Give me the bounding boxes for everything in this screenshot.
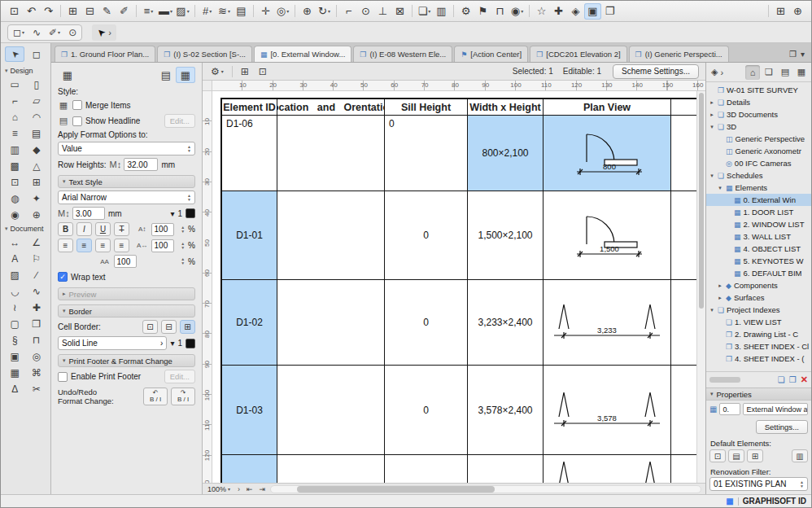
print-footer-edit-button[interactable]: Edit... [164,370,195,383]
letter-width-input[interactable]: 100 [151,239,174,252]
enable-print-footer-checkbox[interactable] [58,372,68,382]
interior-elevation-tool[interactable]: ▣ [5,348,24,364]
tab-menu-icon[interactable]: ▾ [801,50,805,59]
cell-location[interactable] [277,280,385,366]
align-left-button[interactable]: ≡ [58,239,73,252]
quick-options-icon[interactable]: ▥▾ [433,3,450,20]
separator[interactable]: ▾ [253,5,254,17]
document-tab[interactable]: ▦ [0. External Window... [254,46,351,62]
line-type-select[interactable]: Solid Line › [58,336,167,350]
undo-icon[interactable]: ↶▾ [23,3,40,20]
navigator-item[interactable]: ▦ 0. External Win [706,194,811,206]
scrollbar-thumb[interactable] [699,93,704,309]
cell-plan-view[interactable]: 3,578 [544,366,671,455]
schedule-row[interactable]: D1-06 0 800×2,100 [222,116,696,191]
bold-button[interactable]: B [58,222,73,236]
cell-extra[interactable] [671,366,696,455]
cell-location[interactable] [277,366,385,455]
italic-button[interactable]: I [76,222,92,236]
navigator-item[interactable]: ▾ ❏ Schedules [706,169,811,182]
layout-icon[interactable]: ❐▾ [601,3,618,20]
snap-guides-icon[interactable]: ◎▾ [274,3,291,20]
stepper-icon[interactable]: ▲▼ [181,242,185,250]
navigator-item[interactable]: ▾ ❏ 3D [706,120,811,133]
border-section[interactable]: ▾ Border [58,304,195,318]
arrow-tool[interactable]: ➤ [5,46,24,62]
navigator-item[interactable]: ▸ ❏ 3D Documents [706,108,811,120]
header-cell[interactable]: Width x Height [468,99,544,116]
scroll-home-icon[interactable]: ⇤ [245,485,255,493]
navigator-item[interactable]: ▸ ❏ Details [706,96,811,108]
navigator-item[interactable]: ▦ 1. DOOR LIST [706,206,811,218]
apply-format-select[interactable]: Value ▲▼ [58,142,195,155]
header-cell[interactable]: Location and Orentation [277,99,385,116]
scheme-settings-button[interactable]: Scheme Settings... [613,64,699,79]
dimension-tool[interactable]: ↔ [5,234,24,250]
table-view-toggle-icon[interactable]: ▤ [156,67,176,83]
navigator-item[interactable]: ▦ 3. WALL LIST [706,230,811,243]
scroll-end-icon[interactable]: ⇥ [258,485,268,493]
navigator-item[interactable]: ◫ Generic Perspective [706,133,811,145]
measure-icon[interactable]: ⊙▾ [357,3,374,20]
redo-format-button[interactable]: ↷ B / I [171,388,195,405]
orbit-icon[interactable]: ↻▾ [316,3,333,20]
border-pen-dropdown-icon[interactable]: ▾ [170,339,174,348]
border-all-icon[interactable]: ⊞ [180,320,195,334]
properties-section-header[interactable]: ▾ Properties [706,388,811,401]
stepper-icon[interactable]: ▲▼ [181,257,185,265]
new-folder-icon[interactable]: ❏ [778,375,785,384]
cell-sill-height[interactable]: 0 [385,116,468,191]
settings-icon[interactable]: ⚙▾ [457,3,474,20]
separator[interactable]: ▾ [453,5,454,17]
show-headline-checkbox[interactable] [72,116,82,126]
detail-tool[interactable]: ◎ [27,348,46,364]
polyline-tool[interactable]: ∿ [27,283,46,299]
marquee-tool[interactable]: ◻ [27,46,46,62]
align-right-button[interactable]: ≡ [95,239,111,252]
schedule-name-field[interactable]: External Window and... [743,403,808,415]
marquee-mode-icon[interactable]: ◻▾ [10,25,28,40]
shell-tool[interactable]: ◠ [27,109,46,125]
default-door-icon[interactable]: ⊡ [709,449,726,462]
gravity-icon[interactable]: ⊥▾ [374,3,391,20]
schedule-id-field[interactable]: 0. [719,403,740,415]
wall-tool[interactable]: ▭ [5,77,24,92]
align-center-button[interactable]: ≡ [76,239,92,252]
default-object-icon[interactable]: ⊞ [747,449,763,462]
undo-format-button[interactable]: ↶ B / I [143,388,168,405]
zoom-icon[interactable]: ⊕▾ [299,3,316,20]
separator[interactable]: ▾ [194,5,195,17]
render-icon[interactable]: ◉▾ [509,3,526,20]
slab-tool[interactable]: ▱ [27,93,46,108]
figure-tool[interactable]: ▢ [5,316,24,331]
separator[interactable]: ▾ [295,5,295,17]
mesh-tool[interactable]: △ [27,158,46,173]
section-tool[interactable]: § [5,332,24,348]
strikethrough-button[interactable]: T [114,222,129,236]
project-chooser-button[interactable]: ◈ › [709,67,726,77]
navigator-item[interactable]: ◫ Generic Axonometr [706,145,811,157]
cell-plan-view[interactable]: 3,233 [544,280,671,366]
zone-tool[interactable]: ▩ [5,158,24,173]
lamp-tool[interactable]: ◉ [5,207,24,222]
navigator-item[interactable]: ❐ 4. SHEET INDEX - ( [706,353,811,365]
headline-edit-button[interactable]: Edit... [164,114,195,128]
header-cell[interactable]: Plan View [544,99,671,116]
cell-location[interactable] [277,191,385,280]
snap-point-icon[interactable]: ✛▾ [257,3,274,20]
tree-expander-icon[interactable]: ▸ [709,112,715,118]
cell-width-height[interactable]: 800×2,100 [468,116,544,191]
select-window-icon[interactable]: ⊡▾ [6,3,23,20]
schedule-row[interactable]: D1-02 0 3,233×2,400 [222,280,696,366]
drawing-tool[interactable]: ❐ [27,316,46,331]
separator[interactable]: ▾ [136,5,137,17]
cell-width-height[interactable] [468,455,544,483]
print-footer-section[interactable]: ▾ Print Footer & Format Change [58,354,195,367]
cell-element-id[interactable]: D1-03 [222,366,277,455]
add-icon[interactable]: ✚▾ [550,3,567,20]
navigator-item[interactable]: ▾ ❏ Project Indexes [706,304,811,316]
font-select[interactable]: Arial Narrow ▲▼ [58,190,195,204]
navigator-item[interactable]: ▸ ◆ Surfaces [706,291,811,304]
arc-tool[interactable]: ◡ [5,283,24,299]
border-none-icon[interactable]: ⊡ [142,320,158,334]
